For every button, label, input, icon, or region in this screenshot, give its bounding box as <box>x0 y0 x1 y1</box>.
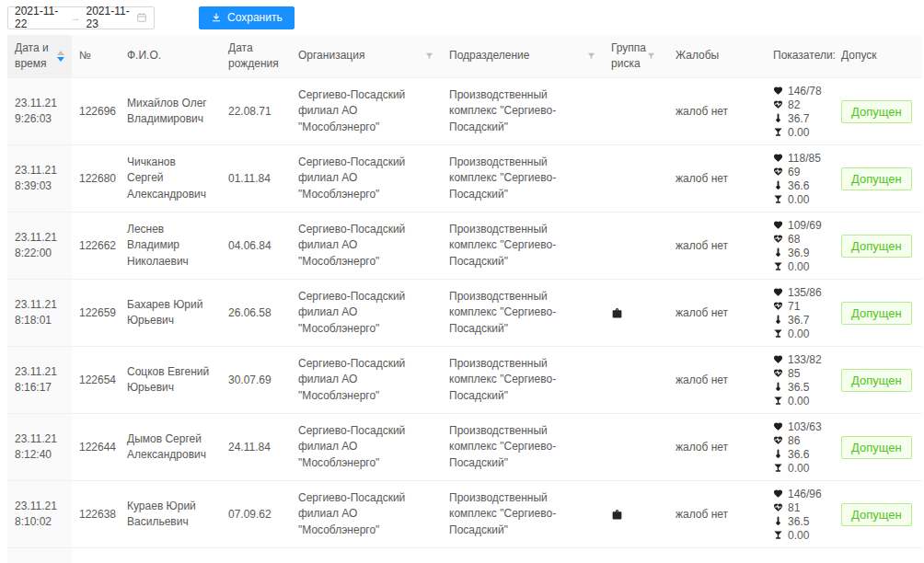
admission-status-badge: Допущен <box>841 100 912 123</box>
blood-pressure-row: 146/78 <box>773 84 822 98</box>
complaints-text: жалоб нет <box>676 239 728 252</box>
heart-icon <box>773 354 783 364</box>
blood-pressure-row: 103/63 <box>773 419 822 433</box>
heart-icon <box>773 287 783 297</box>
table-row[interactable]: 23.11.21 8:18:01 122659 Бахарев Юрий Юрь… <box>7 280 922 347</box>
caret-up-icon <box>57 51 64 55</box>
alcohol-row: 0.00 <box>773 528 822 542</box>
worker-name: Бахарев Юрий Юрьевич <box>127 297 214 329</box>
cell-indicators: 146/78 82 36.7 <box>766 78 834 144</box>
heart-pulse-icon <box>773 301 783 311</box>
heart-icon <box>773 86 783 96</box>
blood-pressure-row: 133/82 <box>773 352 822 366</box>
temperature-value: 36.7 <box>788 112 809 125</box>
cell-admission: Допущен <box>834 347 922 413</box>
organization-name: Сергиево-Посадский филиал АО "Мособлэнер… <box>298 87 434 135</box>
sort-icon[interactable] <box>57 51 64 62</box>
column-header-name: Ф.И.О. <box>120 35 221 77</box>
worker-number: 122696 <box>79 105 116 118</box>
temperature-row: 36.6 <box>773 447 822 461</box>
table-row[interactable]: 23.11.21 8:22:00 122662 Леснев Владимир … <box>7 213 922 280</box>
table-row[interactable]: 152/104 <box>7 548 922 563</box>
table-row[interactable]: 23.11.21 8:16:17 122654 Соцков Евгений Ю… <box>7 347 922 414</box>
table-row[interactable]: 23.11.21 8:12:40 122644 Дымов Сергей Але… <box>7 414 922 481</box>
martini-glass-icon <box>773 194 783 204</box>
cell-name: Бахарев Юрий Юрьевич <box>120 280 221 346</box>
worker-name: Михайлов Олег Владимирович <box>127 96 214 128</box>
cell-complaints: жалоб нет <box>657 145 766 212</box>
column-header-label: Ф.И.О. <box>127 49 161 63</box>
filter-icon[interactable] <box>646 52 656 62</box>
cell-admission: Допущен <box>834 280 922 346</box>
worker-number: 122662 <box>79 239 116 252</box>
temperature-value: 36.9 <box>788 247 809 259</box>
cell-risk-group <box>604 145 657 212</box>
organization-name: Сергиево-Посадский филиал АО "Мособлэнер… <box>298 490 434 538</box>
alcohol-value: 0.00 <box>788 327 809 340</box>
alcohol-row: 0.00 <box>773 394 822 408</box>
thermometer-icon <box>773 382 783 392</box>
cell-complaints <box>657 548 766 563</box>
heart-pulse-icon <box>773 502 783 512</box>
table-row[interactable]: 23.11.21 9:26:03 122696 Михайлов Олег Вл… <box>7 78 922 145</box>
cell-department: Производственный комплекс "Сергиево-Поса… <box>442 78 604 144</box>
thermometer-icon <box>773 247 783 258</box>
exam-date: 23.11.21 <box>15 431 57 447</box>
exam-date: 23.11.21 <box>15 163 57 178</box>
cell-birthdate <box>221 548 291 563</box>
heart-pulse-icon <box>773 435 783 445</box>
martini-glass-icon <box>773 127 783 137</box>
cell-birthdate: 22.08.71 <box>221 78 291 144</box>
complaints-text: жалоб нет <box>676 508 728 521</box>
blood-pressure-value: 146/78 <box>788 85 822 98</box>
cell-datetime: 23.11.21 8:10:02 <box>7 481 72 547</box>
heart-pulse-icon <box>773 368 783 378</box>
worker-number: 122644 <box>79 441 116 454</box>
alcohol-row: 0.00 <box>773 327 822 340</box>
blood-pressure-value: 133/82 <box>788 353 822 366</box>
pulse-value: 69 <box>788 166 800 178</box>
organization-name: Сергиево-Посадский филиал АО "Мособлэнер… <box>298 423 434 471</box>
martini-glass-icon <box>773 261 783 271</box>
exam-time: 8:18:01 <box>15 313 57 328</box>
temperature-value: 36.6 <box>788 448 809 461</box>
cell-indicators: 146/96 81 36.5 <box>766 481 834 547</box>
thermometer-icon <box>773 113 783 123</box>
table-row[interactable]: 23.11.21 8:10:02 122638 Кураев Юрий Васи… <box>7 481 922 548</box>
date-to-input[interactable]: 2021-11-23 <box>87 5 137 30</box>
complaints-text: жалоб нет <box>676 105 728 118</box>
cell-risk-group <box>604 280 657 346</box>
cell-organization: Сергиево-Посадский филиал АО "Мособлэнер… <box>291 145 442 212</box>
column-header-datetime[interactable]: Дата и время <box>7 35 72 77</box>
pulse-row: 82 <box>773 98 822 111</box>
cell-number: 122696 <box>72 78 120 144</box>
date-range-picker[interactable]: 2021-11-22 → 2021-11-23 <box>7 6 155 29</box>
cell-name: Соцков Евгений Юрьевич <box>120 347 221 413</box>
column-header-birthdate: Дата рождения <box>221 35 291 77</box>
column-header-organization: Организация <box>291 35 442 77</box>
column-header-indicators: Показатели: <box>766 35 834 77</box>
cell-name: Дымов Сергей Александрович <box>120 414 221 480</box>
pulse-value: 71 <box>788 300 800 313</box>
calendar-icon <box>136 12 147 23</box>
date-from-input[interactable]: 2021-11-22 <box>15 5 65 30</box>
cell-risk-group <box>604 213 657 279</box>
cell-complaints: жалоб нет <box>657 347 766 413</box>
pulse-value: 85 <box>788 367 800 380</box>
filter-icon[interactable] <box>424 52 434 62</box>
blood-pressure-row: 109/69 <box>773 218 822 232</box>
cell-indicators: 152/104 <box>766 548 834 563</box>
filter-icon[interactable] <box>586 52 596 62</box>
cell-indicators: 118/85 69 36.6 <box>766 145 834 212</box>
table-row[interactable]: 23.11.21 8:39:03 122680 Чичканов Сергей … <box>7 145 922 213</box>
caret-down-icon <box>57 57 64 62</box>
alcohol-value: 0.00 <box>788 462 809 475</box>
cell-datetime: 23.11.21 8:18:01 <box>7 280 72 346</box>
pulse-row: 85 <box>773 366 822 380</box>
temperature-row: 36.5 <box>773 380 822 394</box>
cell-risk-group <box>604 548 657 563</box>
temperature-value: 36.7 <box>788 314 809 327</box>
save-button[interactable]: Сохранить <box>199 6 295 29</box>
save-button-label: Сохранить <box>227 11 283 24</box>
admission-status-badge: Допущен <box>841 436 912 459</box>
